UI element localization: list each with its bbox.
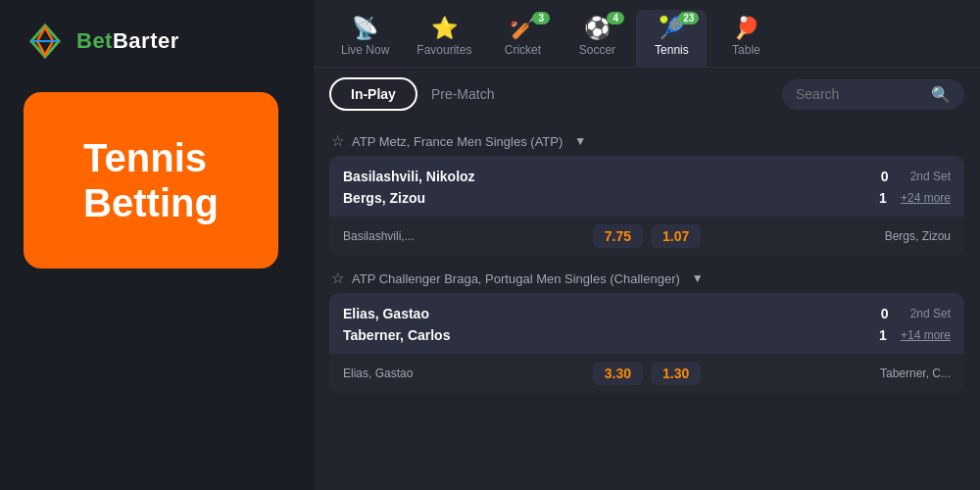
match-players-0: Basilashvili, Nikoloz 0 2nd Set Bergs, Z… [329, 156, 964, 217]
nav-item-tennis[interactable]: 23🎾Tennis [636, 10, 707, 67]
live-now-label: Live Now [341, 43, 389, 57]
group-label: ATP Challenger Braga, Portugal Men Singl… [352, 271, 680, 286]
player1-name: Elias, Gastao [343, 306, 867, 321]
nav-item-table[interactable]: 🏓Table [710, 10, 781, 67]
odd-left-value[interactable]: 3.30 [593, 362, 643, 385]
nav-item-soccer[interactable]: 4⚽Soccer [562, 10, 632, 67]
chevron-icon[interactable]: ▼ [692, 271, 704, 285]
odd-right-team: Taberner, C... [709, 367, 951, 380]
in-play-button[interactable]: In-Play [329, 77, 417, 111]
player1-name: Basilashvili, Nikoloz [343, 169, 867, 184]
more-link[interactable]: +14 more [901, 328, 951, 342]
odd-left-team: Basilashvili,... [343, 229, 585, 243]
nav-badge-cricket: 3 [532, 12, 550, 24]
player2-score: 1 [873, 190, 893, 206]
left-panel: BetBarter Tennis Betting [0, 0, 314, 490]
nav-item-live-now[interactable]: 📡Live Now [329, 10, 401, 67]
player-row-1-0: Basilashvili, Nikoloz 0 2nd Set [343, 166, 951, 187]
favourites-icon: ⭐ [431, 18, 458, 39]
more-link[interactable]: +24 more [901, 191, 951, 205]
star-icon[interactable]: ☆ [331, 270, 344, 287]
promo-card: Tennis Betting [24, 92, 278, 269]
search-box: 🔍 [782, 79, 964, 110]
odd-left-value[interactable]: 7.75 [593, 224, 643, 248]
match-set-info: 2nd Set [910, 170, 951, 183]
pre-match-button[interactable]: Pre-Match [427, 79, 499, 109]
logo-icon [24, 20, 67, 63]
promo-text: Tennis Betting [83, 135, 219, 225]
odd-right-value[interactable]: 1.07 [651, 224, 701, 248]
table-label: Table [732, 43, 760, 57]
cricket-label: Cricket [505, 43, 541, 57]
favourites-label: Favourites [416, 43, 471, 57]
odd-right-value[interactable]: 1.30 [651, 362, 701, 385]
tennis-label: Tennis [655, 43, 689, 57]
player-row-2-1: Taberner, Carlos 1 +14 more [343, 324, 951, 346]
table-icon: 🏓 [733, 18, 760, 39]
search-icon: 🔍 [931, 85, 951, 104]
nav-item-favourites[interactable]: ⭐Favourites [405, 10, 483, 67]
group-header-1: ☆ ATP Challenger Braga, Portugal Men Sin… [329, 270, 964, 287]
nav-badge-tennis: 23 [678, 12, 699, 24]
search-input[interactable] [796, 86, 923, 102]
nav-item-cricket[interactable]: 3🏏Cricket [487, 10, 558, 67]
group-header-0: ☆ ATP Metz, France Men Singles (ATP) ▼ [329, 132, 964, 150]
content-area: ☆ ATP Metz, France Men Singles (ATP) ▼ B… [314, 121, 980, 490]
star-icon[interactable]: ☆ [331, 132, 344, 150]
player2-name: Taberner, Carlos [343, 327, 865, 343]
group-label: ATP Metz, France Men Singles (ATP) [352, 134, 563, 149]
odd-right-team: Bergs, Zizou [709, 229, 951, 243]
player2-name: Bergs, Zizou [343, 190, 865, 206]
player2-score: 1 [873, 327, 893, 343]
player1-score: 0 [875, 306, 895, 321]
top-nav: 📡Live Now⭐Favourites3🏏Cricket4⚽Soccer23🎾… [314, 0, 980, 68]
match-card-1: Elias, Gastao 0 2nd Set Taberner, Carlos… [329, 293, 964, 393]
odds-row-1: Elias, Gastao 3.30 1.30 Taberner, C... [329, 354, 964, 393]
match-card-0: Basilashvili, Nikoloz 0 2nd Set Bergs, Z… [329, 156, 964, 256]
logo-area: BetBarter [24, 20, 179, 63]
live-now-icon: 📡 [352, 18, 378, 39]
match-set-info: 2nd Set [910, 307, 951, 320]
odd-left-team: Elias, Gastao [343, 367, 585, 380]
right-panel: 📡Live Now⭐Favourites3🏏Cricket4⚽Soccer23🎾… [314, 0, 980, 490]
player-row-1-1: Elias, Gastao 0 2nd Set [343, 303, 951, 324]
logo-text: BetBarter [76, 28, 179, 54]
chevron-icon[interactable]: ▼ [574, 134, 586, 148]
match-group-0: ☆ ATP Metz, France Men Singles (ATP) ▼ B… [329, 132, 964, 256]
nav-badge-soccer: 4 [607, 12, 624, 24]
match-players-1: Elias, Gastao 0 2nd Set Taberner, Carlos… [329, 293, 964, 354]
player-row-2-0: Bergs, Zizou 1 +24 more [343, 187, 951, 209]
match-group-1: ☆ ATP Challenger Braga, Portugal Men Sin… [329, 270, 964, 393]
soccer-label: Soccer [579, 43, 615, 57]
sub-nav: In-Play Pre-Match 🔍 [314, 68, 980, 121]
player1-score: 0 [875, 169, 895, 184]
odds-row-0: Basilashvili,... 7.75 1.07 Bergs, Zizou [329, 217, 964, 256]
